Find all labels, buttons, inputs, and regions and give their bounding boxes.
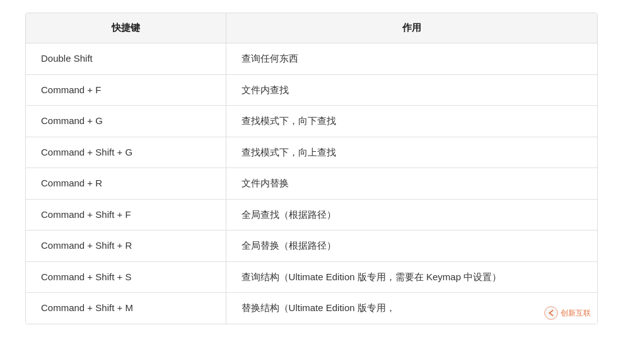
- shortcut-cell: Command + Shift + R: [26, 230, 226, 262]
- watermark-label: 创新互联: [561, 307, 591, 319]
- table-row: Command + F文件内查找: [26, 74, 597, 106]
- action-cell: 全局查找（根据路径）: [226, 199, 597, 230]
- action-cell: 全局替换（根据路径）: [226, 230, 597, 262]
- action-cell: 查询结构（Ultimate Edition 版专用，需要在 Keymap 中设置…: [226, 261, 597, 293]
- shortcut-cell: Command + G: [26, 106, 226, 137]
- action-cell: 文件内替换: [226, 168, 597, 200]
- shortcut-cell: Command + R: [26, 168, 226, 200]
- header-shortcut: 快捷键: [26, 13, 226, 43]
- table-row: Command + R文件内替换: [26, 168, 597, 200]
- action-cell: 查找模式下，向下查找: [226, 106, 597, 137]
- table-row: Command + Shift + G查找模式下，向上查找: [26, 137, 597, 168]
- shortcut-cell: Command + F: [26, 74, 226, 106]
- shortcut-cell: Command + Shift + M: [26, 293, 226, 324]
- action-cell: 查询任何东西: [226, 43, 597, 75]
- table-row: Command + Shift + M替换结构（Ultimate Edition…: [26, 293, 597, 324]
- table-row: Command + Shift + F全局查找（根据路径）: [26, 199, 597, 230]
- table-row: Double Shift查询任何东西: [26, 43, 597, 75]
- watermark-logo-icon: [544, 306, 558, 320]
- shortcut-table: 快捷键 作用 Double Shift查询任何东西Command + F文件内查…: [25, 13, 598, 324]
- action-cell: 文件内查找: [226, 74, 597, 106]
- table-row: Command + Shift + S查询结构（Ultimate Edition…: [26, 261, 597, 293]
- shortcut-cell: Command + Shift + S: [26, 261, 226, 293]
- header-action: 作用: [226, 13, 597, 43]
- table-header-row: 快捷键 作用: [26, 13, 597, 43]
- action-cell: 替换结构（Ultimate Edition 版专用，创新互联: [226, 293, 597, 324]
- watermark: 创新互联: [544, 306, 591, 320]
- table-row: Command + G查找模式下，向下查找: [26, 106, 597, 137]
- shortcut-cell: Command + Shift + F: [26, 199, 226, 230]
- table-row: Command + Shift + R全局替换（根据路径）: [26, 230, 597, 262]
- action-cell: 查找模式下，向上查找: [226, 137, 597, 168]
- svg-point-0: [545, 306, 558, 319]
- shortcut-cell: Double Shift: [26, 43, 226, 75]
- shortcut-cell: Command + Shift + G: [26, 137, 226, 168]
